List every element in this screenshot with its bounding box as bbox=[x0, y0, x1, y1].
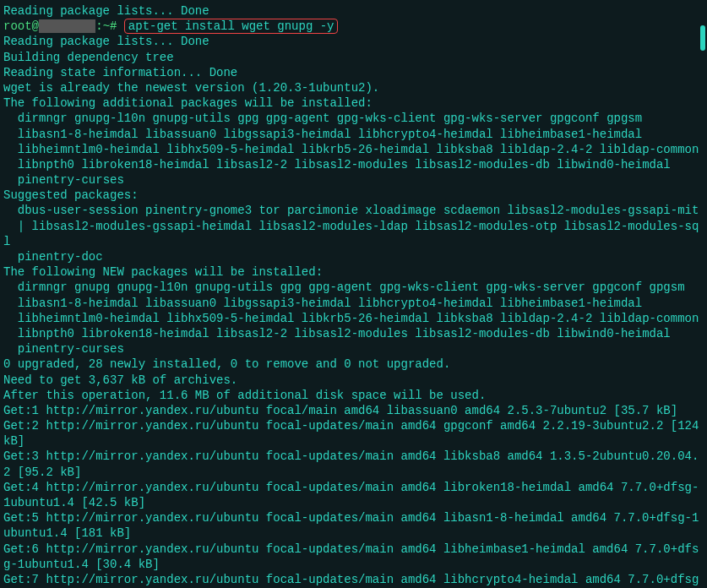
scrollbar-thumb[interactable] bbox=[700, 25, 705, 51]
terminal-line: Need to get 3,637 kB of archives. bbox=[3, 373, 704, 388]
terminal-line: | libsasl2-modules-gssapi-heimdal libsas… bbox=[3, 219, 704, 249]
terminal-line: Get:6 http://mirror.yandex.ru/ubuntu foc… bbox=[3, 542, 704, 572]
terminal-line: Get:5 http://mirror.yandex.ru/ubuntu foc… bbox=[3, 510, 704, 541]
terminal-line: pinentry-doc bbox=[3, 249, 704, 264]
terminal-line: libasn1-8-heimdal libassuan0 libgssapi3-… bbox=[3, 296, 704, 311]
terminal-line: root@ :~# apt-get install wget gnupg -y bbox=[3, 19, 704, 34]
terminal-line: pinentry-curses bbox=[3, 341, 704, 357]
terminal-line: pinentry-curses bbox=[3, 172, 704, 188]
terminal-line: dirmngr gnupg gnupg-l10n gnupg-utils gpg… bbox=[3, 280, 704, 295]
terminal-line: The following additional packages will b… bbox=[3, 95, 704, 111]
terminal-line: 0 upgraded, 28 newly installed, 0 to rem… bbox=[3, 357, 704, 372]
terminal-line: dirmngr gnupg-l10n gnupg-utils gpg gpg-a… bbox=[3, 111, 704, 126]
terminal-line: libnpth0 libroken18-heimdal libsasl2-2 l… bbox=[3, 157, 704, 172]
terminal-line: libasn1-8-heimdal libassuan0 libgssapi3-… bbox=[3, 127, 704, 142]
terminal-line: Get:4 http://mirror.yandex.ru/ubuntu foc… bbox=[3, 480, 704, 510]
prompt-suffix: :~# bbox=[95, 19, 124, 33]
terminal-line: Building dependency tree bbox=[3, 50, 704, 65]
terminal-line: After this operation, 11.6 MB of additio… bbox=[3, 388, 704, 403]
terminal-line: Get:2 http://mirror.yandex.ru/ubuntu foc… bbox=[3, 418, 704, 449]
highlighted-command: apt-get install wget gnupg -y bbox=[124, 19, 339, 34]
terminal-line: Reading state information... Done bbox=[3, 65, 704, 80]
terminal-line: Get:7 http://mirror.yandex.ru/ubuntu foc… bbox=[3, 572, 704, 588]
terminal-line: wget is already the newest version (1.20… bbox=[3, 80, 704, 95]
terminal-line: libnpth0 libroken18-heimdal libsasl2-2 l… bbox=[3, 326, 704, 341]
terminal-line: Get:1 http://mirror.yandex.ru/ubuntu foc… bbox=[3, 403, 704, 418]
terminal-output[interactable]: Reading package lists... Doneroot@ :~# a… bbox=[3, 3, 704, 588]
terminal-line: libheimntlm0-heimdal libhx509-5-heimdal … bbox=[3, 311, 704, 326]
terminal-line: Reading package lists... Done bbox=[3, 3, 704, 19]
terminal-line: dbus-user-session pinentry-gnome3 tor pa… bbox=[3, 203, 704, 218]
terminal-line: The following NEW packages will be insta… bbox=[3, 264, 704, 280]
terminal-line: Get:3 http://mirror.yandex.ru/ubuntu foc… bbox=[3, 449, 704, 479]
terminal-line: Suggested packages: bbox=[3, 188, 704, 203]
prompt-host-redacted bbox=[39, 19, 95, 33]
terminal-line: Reading package lists... Done bbox=[3, 34, 704, 49]
terminal-line: libheimntlm0-heimdal libhx509-5-heimdal … bbox=[3, 142, 704, 157]
prompt-user: root@ bbox=[3, 19, 39, 33]
